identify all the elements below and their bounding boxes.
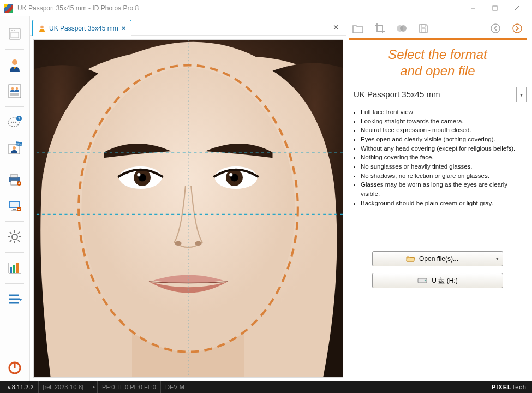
svg-text:?: ? [18, 116, 21, 121]
status-rel: [rel. 2023-10-8] [39, 381, 89, 393]
svg-line-38 [18, 232, 20, 234]
status-dev: DEV-M [161, 381, 189, 393]
svg-rect-42 [13, 265, 15, 273]
drive-icon [417, 278, 427, 283]
statusbar: v.8.11.2.2 [rel. 2023-10-8] • PF:0 TL:0 … [0, 381, 532, 393]
photo-new-icon[interactable]: NEW [4, 138, 26, 159]
document-tab[interactable]: UK Passport 35x45 mm × [32, 20, 131, 36]
req-item: No sunglasses or heavily tinted glasses. [361, 162, 527, 171]
svg-point-18 [13, 146, 16, 150]
minimize-button[interactable] [462, 1, 484, 16]
svg-point-30 [12, 234, 17, 240]
crop-icon[interactable] [373, 21, 387, 35]
req-item: Without any head covering (except for re… [361, 144, 527, 153]
open-file-button[interactable]: Open file(s)... [372, 251, 492, 266]
svg-point-56 [137, 173, 140, 176]
svg-point-71 [491, 24, 500, 33]
svg-point-50 [40, 25, 44, 28]
svg-point-8 [16, 87, 18, 90]
svg-rect-43 [16, 263, 19, 273]
svg-point-62 [195, 241, 201, 246]
status-pf: PF:0 TL:0 PL:0 FL:0 [98, 381, 161, 393]
svg-rect-23 [11, 181, 17, 185]
svg-point-4 [14, 30, 15, 31]
svg-rect-22 [11, 174, 17, 177]
save-icon[interactable] [416, 21, 431, 35]
svg-point-7 [11, 87, 14, 90]
tab-close-icon[interactable]: × [122, 24, 126, 32]
nav-back-icon[interactable] [488, 21, 503, 35]
gear-icon[interactable] [4, 226, 26, 248]
chat-help-icon[interactable]: ? [4, 111, 26, 133]
svg-point-72 [513, 24, 522, 33]
svg-point-74 [425, 280, 426, 281]
printer-icon[interactable] [4, 169, 26, 190]
overlap-shapes-icon[interactable] [394, 21, 409, 35]
bar-chart-icon[interactable] [4, 257, 26, 279]
svg-rect-27 [13, 209, 16, 210]
svg-point-3 [11, 30, 13, 31]
svg-rect-26 [10, 202, 19, 207]
monitor-icon[interactable] [4, 195, 26, 217]
person-icon[interactable] [4, 54, 26, 76]
drive-button[interactable]: U 盘 (H:) [372, 273, 503, 288]
drive-label: U 盘 (H:) [432, 276, 457, 285]
format-select[interactable]: UK Passport 35x45 mm ▾ [349, 87, 527, 102]
svg-point-14 [15, 122, 16, 123]
photo-preview[interactable] [33, 39, 343, 378]
req-item: Full face front view [361, 108, 527, 117]
svg-line-37 [10, 240, 11, 242]
req-item: Background should be plain cream or ligh… [361, 199, 527, 208]
svg-point-13 [13, 122, 14, 123]
oven-icon[interactable] [4, 23, 26, 45]
req-item: Nothing covering the face. [361, 153, 527, 162]
folder-icon [406, 255, 415, 263]
chevron-down-icon[interactable]: ▾ [516, 87, 526, 102]
window-title: UK Passport 35x45 mm - ID Photos Pro 8 [17, 4, 139, 12]
right-toolbar [349, 19, 527, 38]
svg-point-60 [229, 173, 232, 176]
status-version: v.8.11.2.2 [3, 381, 39, 393]
svg-rect-41 [10, 267, 12, 273]
titlebar: UK Passport 35x45 mm - ID Photos Pro 8 [0, 0, 532, 16]
close-pane-icon[interactable]: × [328, 20, 343, 35]
svg-rect-0 [493, 6, 497, 10]
svg-point-68 [400, 25, 407, 32]
open-file-label: Open file(s)... [419, 255, 458, 263]
svg-line-35 [10, 232, 11, 234]
people-doc-icon[interactable] [4, 80, 26, 102]
svg-rect-70 [421, 29, 426, 32]
maximize-button[interactable] [484, 1, 506, 16]
req-item: No shadows, no reflection or glare on gl… [361, 171, 527, 181]
list-menu-icon[interactable] [4, 288, 26, 310]
req-item: Eyes open and clearly visible (nothing c… [361, 135, 527, 144]
svg-point-61 [175, 241, 181, 246]
nav-forward-icon[interactable] [510, 21, 524, 35]
svg-point-5 [12, 59, 17, 65]
power-icon[interactable] [4, 357, 26, 379]
app-icon [4, 4, 13, 13]
headline: Select the format and open file [349, 46, 527, 79]
folder-open-icon[interactable] [351, 21, 365, 35]
req-item: Glasses may be worn as long as the eyes … [361, 180, 527, 198]
svg-point-12 [11, 122, 12, 123]
open-file-dropdown[interactable]: ▾ [492, 251, 503, 266]
sidebar: ? NEW [0, 16, 30, 381]
tabbar: UK Passport 35x45 mm × × [30, 16, 346, 36]
tab-label: UK Passport 35x45 mm [49, 25, 118, 32]
svg-rect-2 [11, 32, 19, 38]
requirements-list: Full face front view Looking straight to… [353, 108, 527, 207]
right-panel: Select the format and open file UK Passp… [346, 16, 532, 381]
divider [349, 38, 527, 40]
close-button[interactable] [506, 1, 528, 16]
svg-line-36 [18, 240, 20, 242]
svg-rect-28 [11, 210, 17, 211]
brand-label: PIXELTech [492, 384, 529, 390]
format-value: UK Passport 35x45 mm [349, 87, 516, 102]
req-item: Looking straight towards the camera. [361, 117, 527, 126]
person-small-icon [38, 25, 46, 32]
status-dot: • [88, 381, 98, 393]
svg-marker-47 [20, 299, 22, 301]
req-item: Neutral face expression - mouth closed. [361, 126, 527, 135]
